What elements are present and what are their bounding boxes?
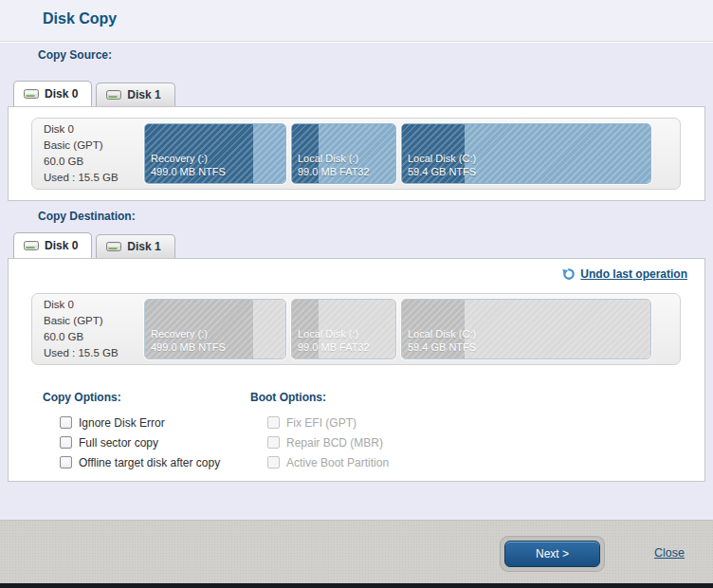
partition-label: Local Disk (C:) 59.4 GB NTFS bbox=[408, 152, 476, 178]
option-active-boot-partition: Active Boot Partition bbox=[250, 452, 389, 472]
source-disk-panel: Disk 0 Basic (GPT) 60.0 GB Used : 15.5 G… bbox=[8, 106, 705, 201]
disk-size: 60.0 GB bbox=[44, 329, 144, 345]
checkbox-label: Repair BCD (MBR) bbox=[286, 436, 383, 450]
partition-label: Local Disk (C:) 59.4 GB NTFS bbox=[408, 327, 476, 354]
disk-used: Used : 15.5 GB bbox=[44, 345, 144, 361]
disk-name: Disk 0 bbox=[44, 121, 144, 138]
disk-name: Disk 0 bbox=[44, 297, 144, 313]
destination-tab-disk1[interactable]: Disk 1 bbox=[96, 234, 174, 258]
partition-label: Local Disk (:) 99.0 MB FAT32 bbox=[298, 327, 370, 354]
destination-tab-disk0[interactable]: Disk 0 bbox=[13, 232, 92, 258]
next-button[interactable]: Next > bbox=[504, 541, 600, 567]
partition-label: Local Disk (:) 99.0 MB FAT32 bbox=[298, 152, 370, 178]
boot-options-group: Boot Options: Fix EFI (GPT) Repair BCD (… bbox=[250, 391, 389, 472]
undo-label: Undo last operation bbox=[580, 267, 687, 281]
option-repair-bcd: Repair BCD (MBR) bbox=[250, 432, 389, 452]
partition-label: Recovery (:) 499.0 MB NTFS bbox=[151, 152, 226, 178]
next-button-focus-ring: Next > bbox=[500, 536, 605, 572]
destination-disk-box: Disk 0 Basic (GPT) 60.0 GB Used : 15.5 G… bbox=[31, 293, 681, 365]
ignore-disk-error-checkbox[interactable] bbox=[60, 416, 72, 429]
page-title: Disk Copy bbox=[43, 10, 117, 28]
offline-target-disk-checkbox[interactable] bbox=[60, 456, 72, 469]
source-tabs: Disk 0 Disk 1 bbox=[13, 81, 175, 106]
hard-drive-icon bbox=[24, 240, 39, 251]
partition-local-disk-c[interactable]: Local Disk (C:) 59.4 GB NTFS bbox=[401, 299, 651, 359]
repair-bcd-checkbox bbox=[267, 436, 280, 449]
checkbox-label: Offline target disk after copy bbox=[79, 456, 220, 469]
partition-local-disk[interactable]: Local Disk (:) 99.0 MB FAT32 bbox=[291, 299, 396, 359]
partition-label: Recovery (:) 499.0 MB NTFS bbox=[151, 327, 226, 354]
checkbox-label: Full sector copy bbox=[79, 436, 158, 450]
copy-options-heading: Copy Options: bbox=[43, 391, 220, 404]
undo-last-operation-link[interactable]: Undo last operation bbox=[562, 267, 687, 281]
tab-label: Disk 0 bbox=[45, 239, 78, 252]
source-tab-disk0[interactable]: Disk 0 bbox=[13, 81, 92, 106]
source-disk-box: Disk 0 Basic (GPT) 60.0 GB Used : 15.5 G… bbox=[31, 118, 681, 190]
copy-source-heading: Copy Source: bbox=[38, 48, 112, 62]
checkbox-label: Fix EFI (GPT) bbox=[286, 416, 356, 430]
partition-local-disk[interactable]: Local Disk (:) 99.0 MB FAT32 bbox=[291, 123, 396, 184]
tab-label: Disk 1 bbox=[127, 88, 160, 101]
partition-recovery[interactable]: Recovery (:) 499.0 MB NTFS bbox=[144, 299, 286, 359]
option-offline-target-disk: Offline target disk after copy bbox=[43, 452, 220, 472]
tab-label: Disk 1 bbox=[127, 240, 160, 253]
active-boot-partition-checkbox bbox=[267, 456, 280, 469]
destination-disk-info: Disk 0 Basic (GPT) 60.0 GB Used : 15.5 G… bbox=[32, 297, 144, 361]
boot-options-heading: Boot Options: bbox=[250, 391, 389, 404]
source-partitions: Recovery (:) 499.0 MB NTFS Local Disk (:… bbox=[144, 119, 651, 189]
destination-tabs: Disk 0 Disk 1 bbox=[13, 232, 175, 258]
tab-label: Disk 0 bbox=[45, 87, 78, 101]
source-tab-disk1[interactable]: Disk 1 bbox=[96, 83, 174, 106]
partition-local-disk-c[interactable]: Local Disk (C:) 59.4 GB NTFS bbox=[401, 123, 651, 184]
option-full-sector-copy: Full sector copy bbox=[43, 432, 220, 452]
footer-bar: Next > Close bbox=[0, 520, 713, 583]
disk-used: Used : 15.5 GB bbox=[44, 170, 144, 186]
full-sector-copy-checkbox[interactable] bbox=[60, 436, 72, 449]
close-link[interactable]: Close bbox=[654, 546, 685, 560]
option-ignore-disk-error: Ignore Disk Error bbox=[43, 413, 220, 432]
copy-options-group: Copy Options: Ignore Disk Error Full sec… bbox=[43, 391, 220, 472]
checkbox-label: Active Boot Partition bbox=[286, 456, 389, 469]
fix-efi-checkbox bbox=[267, 416, 280, 429]
undo-icon bbox=[562, 267, 576, 281]
source-disk-info: Disk 0 Basic (GPT) 60.0 GB Used : 15.5 G… bbox=[32, 121, 144, 186]
disk-type: Basic (GPT) bbox=[44, 313, 144, 329]
destination-partitions: Recovery (:) 499.0 MB NTFS Local Disk (:… bbox=[144, 294, 651, 364]
destination-panel: Undo last operation Disk 0 Basic (GPT) 6… bbox=[8, 258, 705, 482]
window-header: Disk Copy bbox=[0, 0, 713, 42]
hard-drive-icon bbox=[24, 88, 39, 100]
copy-destination-heading: Copy Destination: bbox=[38, 210, 136, 223]
window-bottom-edge bbox=[0, 583, 713, 588]
disk-size: 60.0 GB bbox=[44, 154, 144, 170]
option-fix-efi: Fix EFI (GPT) bbox=[250, 413, 389, 432]
checkbox-label: Ignore Disk Error bbox=[79, 416, 165, 430]
disk-type: Basic (GPT) bbox=[44, 138, 144, 154]
hard-drive-icon bbox=[106, 89, 121, 101]
partition-recovery[interactable]: Recovery (:) 499.0 MB NTFS bbox=[144, 123, 286, 184]
hard-drive-icon bbox=[106, 241, 121, 252]
